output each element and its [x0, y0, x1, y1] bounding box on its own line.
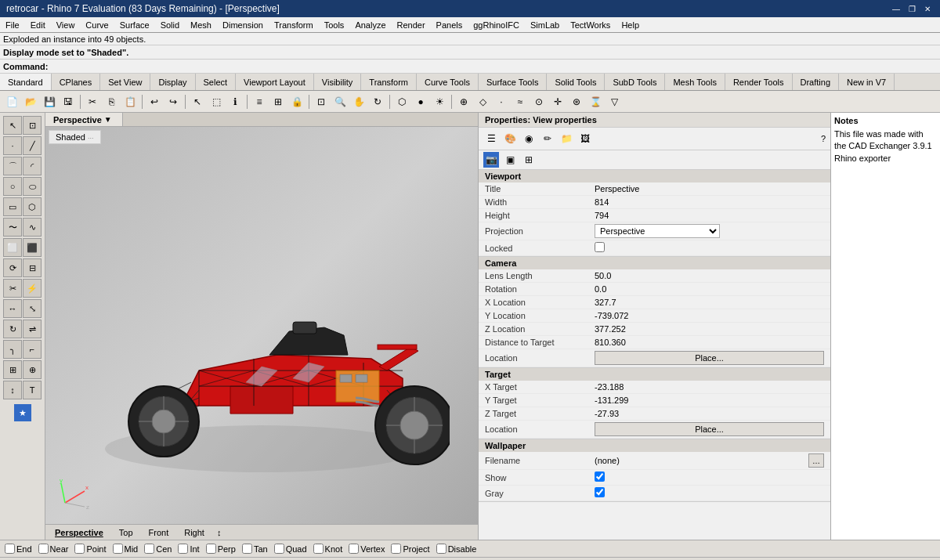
smart-track-icon[interactable]: ✛ [549, 93, 566, 110]
cen-icon[interactable]: ⊙ [530, 93, 548, 110]
menu-simlab[interactable]: SimLab [525, 20, 565, 31]
prop-icon-help[interactable]: ? [821, 134, 826, 143]
tab-select[interactable]: Select [196, 74, 237, 90]
snap-tan-checkbox[interactable] [242, 544, 252, 554]
prop-icon-grid[interactable]: ⊞ [521, 152, 537, 168]
menu-ggrhinoifc[interactable]: ggRhinoIFC [468, 20, 525, 31]
select-icon[interactable]: ↖ [189, 93, 206, 110]
history-icon[interactable]: ⌛ [587, 93, 604, 110]
snap-int-checkbox[interactable] [178, 544, 188, 554]
pan-icon[interactable]: ✋ [350, 93, 367, 110]
locked-checkbox[interactable] [595, 242, 605, 252]
tool-select[interactable]: ↖ [3, 116, 22, 135]
window-select-icon[interactable]: ⬚ [208, 93, 225, 110]
tool-text[interactable]: T [23, 381, 42, 399]
tool-polygon[interactable]: ⬡ [23, 197, 42, 216]
viewport-tab-perspective[interactable]: Perspective ▼ [45, 113, 123, 126]
menu-curve[interactable]: Curve [80, 20, 114, 31]
vp-tab-right[interactable]: Right [178, 527, 211, 538]
tool-line[interactable]: ╱ [23, 136, 42, 155]
filter-icon[interactable]: ▽ [606, 93, 623, 110]
prop-projection-value[interactable]: Perspective Parallel Two-Point Perspecti… [595, 224, 824, 238]
menu-edit[interactable]: Edit [25, 20, 51, 31]
zoom-icon[interactable]: 🔍 [331, 93, 349, 110]
vp-tab-top[interactable]: Top [113, 527, 139, 538]
tool-scale[interactable]: ⤡ [23, 299, 42, 318]
command-input[interactable] [48, 62, 937, 71]
menu-tools[interactable]: Tools [319, 20, 350, 31]
redo-icon[interactable]: ↪ [164, 93, 182, 110]
tool-move[interactable]: ↔ [3, 299, 22, 318]
properties-icon[interactable]: ℹ [226, 93, 244, 110]
undo-icon[interactable]: ↩ [146, 93, 163, 110]
lock-icon[interactable]: 🔒 [288, 93, 306, 110]
snap-icon[interactable]: ⊕ [455, 93, 472, 110]
point-icon[interactable]: · [493, 93, 510, 110]
tool-extrude[interactable]: ⬛ [23, 238, 42, 257]
menu-render[interactable]: Render [392, 20, 431, 31]
rotate-icon[interactable]: ↻ [369, 93, 386, 110]
snap-cen-checkbox[interactable] [144, 544, 154, 554]
vp-tab-add[interactable]: ↕ [217, 528, 222, 537]
menu-view[interactable]: View [51, 20, 81, 31]
tab-solid-tools[interactable]: Solid Tools [547, 74, 605, 90]
paste-icon[interactable]: 📋 [121, 93, 139, 110]
tool-revolve[interactable]: ⟳ [3, 258, 22, 277]
snap-disable-checkbox[interactable] [436, 544, 446, 554]
tool-chamfer[interactable]: ⌐ [23, 340, 42, 359]
tab-viewport-layout[interactable]: Viewport Layout [236, 74, 314, 90]
prop-icon-objects[interactable]: ☰ [483, 131, 499, 146]
copy-icon[interactable]: ⎘ [103, 93, 120, 110]
gumball-icon[interactable]: ⊛ [568, 93, 585, 110]
layer-icon[interactable]: ≡ [251, 93, 268, 110]
tool-special[interactable]: ★ [14, 404, 31, 421]
snap-mid-checkbox[interactable] [113, 544, 123, 554]
save-icon[interactable]: 💾 [41, 93, 58, 110]
tab-visibility[interactable]: Visibility [314, 74, 362, 90]
group-icon[interactable]: ⊞ [269, 93, 287, 110]
prop-icon-display[interactable]: 🎨 [502, 131, 518, 146]
target-place-button[interactable]: Place... [595, 422, 824, 436]
menu-solid[interactable]: Solid [155, 20, 185, 31]
snap-end-checkbox[interactable] [5, 544, 15, 554]
open-icon[interactable]: 📂 [22, 93, 39, 110]
tab-standard[interactable]: Standard [0, 74, 52, 90]
save-small-icon[interactable]: 🖫 [60, 93, 77, 110]
restore-button[interactable]: ❐ [906, 2, 918, 15]
tool-fillet[interactable]: ╮ [3, 340, 22, 359]
tool-rotate[interactable]: ↻ [3, 320, 22, 338]
menu-transform[interactable]: Transform [269, 20, 319, 31]
tab-subd-tools[interactable]: SubD Tools [605, 74, 665, 90]
gray-checkbox[interactable] [595, 487, 605, 497]
tab-set-view[interactable]: Set View [100, 74, 150, 90]
vp-tab-front[interactable]: Front [143, 527, 175, 538]
filename-browse-button[interactable]: … [808, 453, 824, 468]
snap-quad-checkbox[interactable] [274, 544, 284, 554]
tab-new-in-v7[interactable]: New in V7 [839, 74, 895, 90]
zoom-ext-icon[interactable]: ⊡ [313, 93, 330, 110]
menu-textworks[interactable]: TectWorks [565, 20, 616, 31]
projection-select[interactable]: Perspective Parallel Two-Point Perspecti… [595, 224, 720, 238]
prop-icon-object-props[interactable]: ▣ [502, 152, 518, 168]
end-snap-icon[interactable]: ◇ [474, 93, 491, 110]
tab-render-tools[interactable]: Render Tools [725, 74, 793, 90]
tool-circle[interactable]: ○ [3, 177, 22, 196]
tab-curve-tools[interactable]: Curve Tools [417, 74, 479, 90]
prop-icon-edit[interactable]: ✏ [540, 131, 555, 146]
menu-mesh[interactable]: Mesh [185, 20, 217, 31]
tool-dim[interactable]: ↕ [3, 381, 22, 399]
close-button[interactable]: ✕ [921, 2, 934, 15]
tab-drafting[interactable]: Drafting [793, 74, 840, 90]
menu-help[interactable]: Help [616, 20, 645, 31]
tool-point[interactable]: · [3, 136, 22, 155]
tab-cplanes[interactable]: CPlanes [52, 74, 101, 90]
menu-panels[interactable]: Panels [431, 20, 468, 31]
tool-spline[interactable]: ∿ [23, 218, 42, 237]
tool-array[interactable]: ⊞ [3, 360, 22, 379]
prop-icon-camera[interactable]: 📷 [483, 152, 499, 168]
show-checkbox[interactable] [595, 471, 605, 482]
snap-near-checkbox[interactable] [38, 544, 49, 554]
near-icon[interactable]: ≈ [512, 93, 529, 110]
snap-perp-checkbox[interactable] [206, 544, 216, 554]
menu-analyze[interactable]: Analyze [349, 20, 391, 31]
